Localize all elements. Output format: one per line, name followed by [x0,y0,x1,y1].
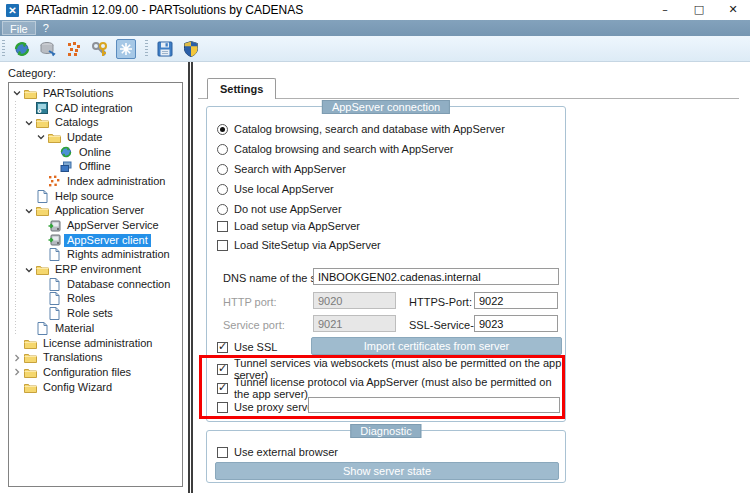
radio-option-search[interactable]: Search with AppServer [217,162,346,176]
server-icon [47,219,61,232]
close-button[interactable]: ✕ [716,0,750,20]
radio-icon[interactable] [217,184,228,195]
tree-item[interactable]: Roles [9,292,182,307]
tree-item[interactable]: CAD integration [9,101,182,116]
https-port-input[interactable] [474,292,558,309]
tree-item-label: AppServer client [64,234,151,247]
tree-item[interactable]: Offline [9,159,182,174]
radio-icon[interactable] [217,124,228,135]
folder-icon [23,337,37,350]
checkbox-external-browser[interactable]: Use external browser [217,445,338,459]
checkbox-icon[interactable] [217,240,228,251]
maximize-button[interactable]: □ [682,0,716,20]
toolbar-separator [145,40,148,58]
tree-item[interactable]: Material [9,321,182,336]
checkbox-load-sitesetup[interactable]: Load SiteSetup via AppServer [217,238,381,252]
tree-spacer [35,308,46,319]
tree-indent [9,321,21,336]
proxy-server-input[interactable] [308,397,560,413]
tab-settings[interactable]: Settings [207,78,276,99]
ssl-service-port-input[interactable] [474,315,558,332]
radio-icon[interactable] [217,164,228,175]
admin-shield-icon[interactable] [181,39,201,59]
tree-indent [9,101,21,116]
tree-item[interactable]: AppServer client [9,233,182,248]
tree-item[interactable]: Application Server [9,204,182,219]
tree-item[interactable]: Role sets [9,306,182,321]
save-icon[interactable] [155,39,175,59]
tree-item[interactable]: AppServer Service [9,218,182,233]
tree-item-label: ERP environment [52,263,144,276]
update-catalog-icon[interactable] [12,39,32,59]
https-port-label: HTTPS-Port: [409,295,472,309]
tree-item[interactable]: Configuration files [9,365,182,380]
radio-option-local[interactable]: Use local AppServer [217,182,334,196]
menu-file[interactable]: File [2,21,36,35]
menu-help[interactable]: ? [36,21,56,35]
collapse-icon[interactable] [23,205,34,216]
collapse-icon[interactable] [35,132,46,143]
folder-icon [35,116,49,129]
splitter-handle[interactable] [191,62,193,493]
show-server-state-button[interactable]: Show server state [215,462,559,480]
checkbox-icon[interactable] [217,342,228,353]
tree-item-label: Database connection [64,278,173,291]
collapse-icon[interactable] [11,88,22,99]
minimize-button[interactable]: – [648,0,682,20]
checkbox-tunnel-websockets[interactable]: Tunnel services via websockets (must als… [217,362,565,376]
catalog-transfer-icon[interactable] [38,39,58,59]
tree-item[interactable]: Online [9,145,182,160]
radio-option-browsing-search[interactable]: Catalog browsing and search with AppServ… [217,142,454,156]
checkbox-icon[interactable] [217,447,228,458]
rights-keys-icon[interactable] [90,39,110,59]
checkbox-icon[interactable] [217,383,228,394]
tree-item[interactable]: Rights administration [9,248,182,263]
import-certificates-button[interactable]: Import certificates from server [311,337,562,355]
index-administration-icon[interactable] [64,39,84,59]
collapse-icon[interactable] [23,117,34,128]
expand-icon[interactable] [11,367,22,378]
tree-indent [9,233,33,248]
tree-item[interactable]: Translations [9,350,182,365]
radio-label: Use local AppServer [234,183,334,195]
checkbox-icon[interactable] [217,364,228,375]
tree-spacer [35,279,46,290]
checkbox-label: Use proxy server [234,401,317,413]
globe-icon [59,146,73,159]
splitter-handle[interactable] [188,62,190,493]
expand-icon[interactable] [11,352,22,363]
http-port-input [313,292,396,309]
dns-input[interactable] [313,268,559,285]
tree-item[interactable]: Help source [9,189,182,204]
radio-icon[interactable] [217,144,228,155]
tree-item[interactable]: Config Wizard [9,380,182,395]
folder-icon [23,366,37,379]
collapse-icon[interactable] [23,264,34,275]
appserver-snowflake-icon[interactable] [116,39,136,59]
diagnostic-group: Diagnostic Use external browser Show ser… [206,430,566,483]
group-title: AppServer connection [322,100,450,114]
title-bar: ✕ PARTadmin 12.09.00 - PARTsolutions by … [0,0,750,20]
radio-icon[interactable] [217,204,228,215]
checkbox-icon[interactable] [217,402,228,413]
checkbox-load-setup[interactable]: Load setup via AppServer [217,219,360,233]
appserver-connection-group: AppServer connection Catalog browsing, s… [206,106,566,422]
tree-item[interactable]: Database connection [9,277,182,292]
tree-item[interactable]: Update [9,130,182,145]
radio-option-database[interactable]: Catalog browsing, search and database wi… [217,122,505,136]
tree-indent [9,159,45,174]
checkbox-use-proxy[interactable]: Use proxy server [217,400,317,414]
tree-indent [9,189,21,204]
radio-option-none[interactable]: Do not use AppServer [217,202,342,216]
tree-item[interactable]: Index administration [9,174,182,189]
tree-item[interactable]: ERP environment [9,262,182,277]
tree-item-label: Config Wizard [40,381,115,394]
tree-item[interactable]: Catalogs [9,115,182,130]
checkbox-icon[interactable] [217,221,228,232]
checkbox-use-ssl[interactable]: Use SSL [217,340,277,354]
category-label: Category: [8,67,56,79]
tree-item[interactable]: License administration [9,336,182,351]
tree-item-label: Translations [40,351,106,364]
tree-item[interactable]: PARTsolutions [9,86,182,101]
checkbox-tunnel-license[interactable]: Tunnel license protocol via AppServer (m… [217,381,565,395]
